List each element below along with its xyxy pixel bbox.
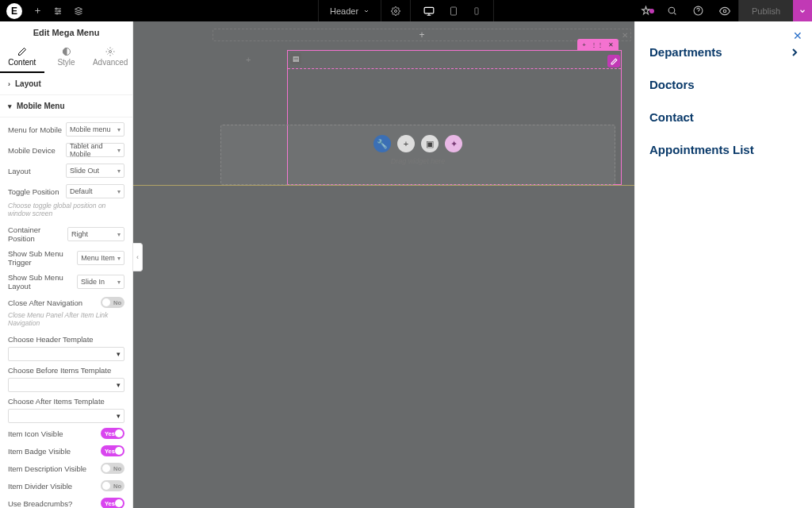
panel-collapse-button[interactable]: ‹: [133, 243, 143, 271]
toggle-use-breadcrumbs[interactable]: Yes: [101, 498, 124, 508]
svg-rect-4: [424, 7, 434, 13]
svg-point-2: [56, 13, 58, 14]
select-before-items-template[interactable]: ▾: [8, 378, 124, 392]
gear-icon: [105, 47, 115, 56]
add-section-bar[interactable]: +: [213, 29, 631, 41]
tablet-device-icon[interactable]: [449, 6, 458, 17]
field-after-items-template: Choose After Items Template ▾: [8, 397, 124, 423]
settings-sliders-icon[interactable]: [53, 6, 63, 16]
select-mobile-device[interactable]: Tablet and Mobile▾: [66, 143, 124, 157]
tab-advanced[interactable]: Advanced: [88, 45, 132, 73]
desktop-device-icon[interactable]: [423, 6, 435, 17]
field-toggle-position: Toggle Position Default▾: [8, 184, 124, 198]
toggle-item-badge-visible[interactable]: Yes: [101, 445, 124, 456]
select-container-position[interactable]: Right▾: [67, 227, 124, 241]
field-before-items-template: Choose Before Items Template ▾: [8, 366, 124, 392]
field-use-breadcrumbs: Use Breadcrumbs? Yes: [8, 498, 124, 508]
field-item-divider-visible: Item Divider Visible No: [8, 480, 124, 491]
select-layout[interactable]: Slide Out▾: [66, 164, 124, 178]
select-after-items-template[interactable]: ▾: [8, 409, 124, 423]
close-menu-icon[interactable]: ✕: [793, 29, 802, 42]
edit-widget-button[interactable]: [607, 55, 620, 67]
tab-style[interactable]: Style: [44, 45, 89, 73]
mobile-menu-preview: ✕ Departments Doctors Contact Appointmen…: [634, 21, 812, 508]
svg-point-7: [668, 7, 675, 13]
select-toggle-position[interactable]: Default▾: [66, 184, 124, 198]
drop-zone-text: Drag widget here: [221, 157, 615, 165]
notifications-icon[interactable]: [633, 6, 659, 16]
svg-point-9: [723, 10, 726, 13]
field-sub-layout: Show Sub Menu Layout Slide In▾: [8, 273, 124, 291]
finder-search-icon[interactable]: [659, 6, 685, 16]
select-menu-for-mobile[interactable]: Mobile menu▾: [66, 122, 124, 137]
svg-point-11: [109, 51, 112, 53]
element-handle[interactable]: + ⋮⋮ ✕: [577, 39, 619, 50]
toggle-item-divider-visible[interactable]: No: [101, 480, 124, 491]
svg-point-3: [395, 10, 397, 12]
topbar-right: Publish: [633, 0, 812, 21]
responsive-devices: [411, 0, 494, 21]
panel-title: Edit Mega Menu: [0, 21, 132, 45]
field-layout: Layout Slide Out▾: [8, 164, 124, 178]
editor-panel: Edit Mega Menu Content Style Advanced › …: [0, 21, 133, 508]
grip-icon: ⋮⋮: [591, 41, 603, 48]
svg-rect-6: [475, 7, 478, 13]
field-close-after-nav: Close After Navigation No: [8, 297, 124, 308]
column-settings-icon[interactable]: ▤: [290, 53, 301, 64]
template-selector[interactable]: Header: [318, 0, 381, 21]
topbar-center: Header: [318, 0, 494, 21]
toggle-close-after-nav[interactable]: No: [101, 297, 124, 308]
panel-tabs: Content Style Advanced: [0, 45, 132, 73]
field-item-desc-visible: Item Description Visible No: [8, 463, 124, 474]
drop-folder-icon[interactable]: ▣: [421, 135, 439, 152]
mobile-device-icon[interactable]: [473, 6, 481, 17]
menu-item-contact[interactable]: Contact: [649, 101, 801, 133]
droplet-icon: [62, 47, 71, 56]
toggle-position-hint: Choose toggle global position on window …: [8, 202, 124, 217]
menu-item-doctors[interactable]: Doctors: [649, 68, 801, 101]
mobile-menu-controls: Menu for Mobile Mobile menu▾ Mobile Devi…: [0, 117, 132, 508]
section-mobile-menu[interactable]: ▾ Mobile Menu: [0, 95, 132, 117]
select-sub-trigger[interactable]: Menu Item▾: [77, 251, 124, 265]
field-mobile-device: Mobile Device Tablet and Mobile▾: [8, 143, 124, 157]
field-header-template: Choose Header Template ▾: [8, 335, 124, 361]
drop-ai-icon[interactable]: ✦: [445, 135, 462, 152]
drop-wrench-icon[interactable]: 🔧: [373, 135, 391, 152]
add-element-icon[interactable]: [33, 6, 42, 15]
drop-zone-controls: 🔧 + ▣ ✦: [373, 135, 462, 152]
notification-dot: [649, 9, 654, 13]
field-container-position: Container Position Right▾: [8, 225, 124, 243]
select-sub-layout[interactable]: Slide In▾: [77, 275, 124, 289]
field-item-badge-visible: Item Badge Visible Yes: [8, 445, 124, 456]
drop-plus-icon[interactable]: +: [397, 135, 415, 152]
section-layout[interactable]: › Layout: [0, 73, 132, 95]
tab-content[interactable]: Content: [0, 45, 44, 73]
close-after-nav-hint: Close Menu Panel After Item Link Navigat…: [8, 311, 124, 327]
chevron-right-icon: [788, 46, 801, 59]
field-item-icon-visible: Item Icon Visible Yes: [8, 428, 124, 439]
page-settings-icon[interactable]: [381, 0, 411, 21]
svg-rect-5: [451, 7, 457, 15]
field-sub-trigger: Show Sub Menu Trigger Menu Item▾: [8, 249, 124, 267]
field-menu-for-mobile: Menu for Mobile Mobile menu▾: [8, 122, 124, 137]
publish-button[interactable]: Publish: [738, 0, 793, 21]
pencil-icon: [17, 47, 27, 56]
plus-icon: +: [582, 41, 586, 48]
close-icon: ✕: [608, 41, 614, 48]
topbar-left: E: [0, 3, 83, 19]
help-icon[interactable]: [685, 6, 711, 16]
select-header-template[interactable]: ▾: [8, 347, 124, 361]
toggle-item-icon-visible[interactable]: Yes: [101, 428, 124, 439]
publish-options-button[interactable]: [793, 0, 812, 21]
toggle-item-desc-visible[interactable]: No: [101, 463, 124, 474]
add-column-icon[interactable]: +: [246, 55, 251, 64]
chevron-down-icon: ▾: [8, 102, 12, 110]
preview-icon[interactable]: [711, 6, 738, 17]
elementor-logo[interactable]: E: [6, 3, 22, 19]
menu-item-departments[interactable]: Departments: [649, 36, 801, 68]
structure-icon[interactable]: [74, 6, 83, 16]
top-bar: E Header Publish: [0, 0, 812, 21]
menu-item-appointments[interactable]: Appointments List: [649, 133, 801, 166]
chevron-right-icon: ›: [8, 80, 10, 88]
widget-drop-zone[interactable]: 🔧 + ▣ ✦ Drag widget here: [220, 125, 615, 185]
